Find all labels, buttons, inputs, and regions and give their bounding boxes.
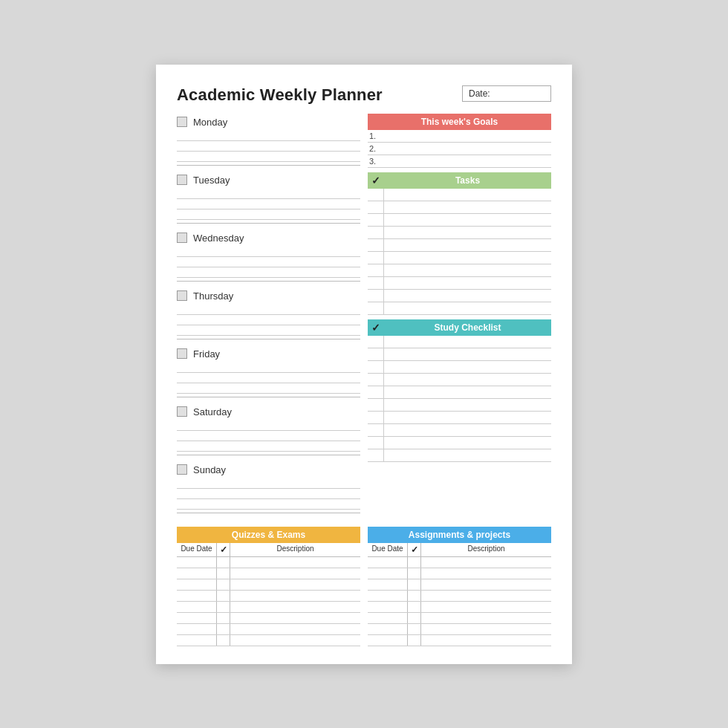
tuesday-line-1 bbox=[177, 189, 360, 199]
task-row[interactable] bbox=[368, 252, 551, 264]
assignments-data-row[interactable] bbox=[368, 557, 551, 568]
bottom-tables: Quizzes & Exams Due Date ✓ Description A… bbox=[177, 527, 551, 646]
tuesday-line-3 bbox=[177, 209, 360, 220]
monday-checkbox[interactable] bbox=[177, 117, 187, 127]
quizzes-data-row[interactable] bbox=[177, 579, 360, 591]
task-row[interactable] bbox=[368, 189, 551, 201]
friday-label: Friday bbox=[193, 348, 220, 360]
tuesday-line-2 bbox=[177, 199, 360, 209]
goal-item-3[interactable]: 3. bbox=[368, 155, 551, 168]
quizzes-data-row[interactable] bbox=[177, 613, 360, 624]
task-row[interactable] bbox=[368, 201, 551, 214]
quizzes-header: Quizzes & Exams bbox=[177, 527, 360, 543]
task-row[interactable] bbox=[368, 227, 551, 239]
right-column: This week's Goals 1. 2. 3. ✓ Tasks bbox=[368, 114, 551, 519]
sunday-label: Sunday bbox=[193, 464, 226, 475]
day-block-friday: Friday bbox=[177, 345, 360, 400]
goal-item-2[interactable]: 2. bbox=[368, 143, 551, 155]
monday-line-3 bbox=[177, 152, 360, 162]
goals-list: 1. 2. 3. bbox=[368, 130, 551, 168]
quizzes-data-row[interactable] bbox=[177, 568, 360, 579]
assignments-data-row[interactable] bbox=[368, 602, 551, 613]
monday-line-2 bbox=[177, 141, 360, 152]
thursday-line-3 bbox=[177, 325, 360, 336]
sunday-line-2 bbox=[177, 489, 360, 499]
tasks-check-icon: ✓ bbox=[368, 173, 384, 188]
friday-checkbox[interactable] bbox=[177, 348, 187, 359]
saturday-line-2 bbox=[177, 431, 360, 441]
study-row[interactable] bbox=[368, 449, 551, 462]
assignments-data-row[interactable] bbox=[368, 635, 551, 646]
thursday-line-1 bbox=[177, 305, 360, 315]
assignments-data-row[interactable] bbox=[368, 624, 551, 635]
study-row[interactable] bbox=[368, 424, 551, 437]
study-row[interactable] bbox=[368, 336, 551, 348]
study-rows bbox=[368, 336, 551, 462]
task-row[interactable] bbox=[368, 290, 551, 302]
thursday-line-2 bbox=[177, 315, 360, 325]
day-block-sunday: Sunday bbox=[177, 461, 360, 516]
friday-line-3 bbox=[177, 383, 360, 394]
friday-line-1 bbox=[177, 363, 360, 373]
wednesday-line-2 bbox=[177, 257, 360, 267]
wednesday-line-3 bbox=[177, 267, 360, 278]
wednesday-checkbox[interactable] bbox=[177, 233, 187, 243]
quizzes-data-row[interactable] bbox=[177, 635, 360, 646]
assignments-data-row[interactable] bbox=[368, 613, 551, 624]
planner-page: Academic Weekly Planner Date: Monday bbox=[156, 65, 572, 664]
page-header: Academic Weekly Planner Date: bbox=[177, 85, 551, 105]
main-grid: Monday Tuesday bbox=[177, 114, 551, 519]
assignments-data-row[interactable] bbox=[368, 579, 551, 591]
day-block-tuesday: Tuesday bbox=[177, 172, 360, 227]
study-row[interactable] bbox=[368, 412, 551, 424]
assignments-col-desc: Description bbox=[421, 543, 551, 556]
thursday-checkbox[interactable] bbox=[177, 290, 187, 301]
study-row[interactable] bbox=[368, 361, 551, 374]
task-row[interactable] bbox=[368, 302, 551, 315]
goal-item-1[interactable]: 1. bbox=[368, 130, 551, 143]
study-row[interactable] bbox=[368, 399, 551, 412]
saturday-checkbox[interactable] bbox=[177, 406, 187, 417]
sunday-line-3 bbox=[177, 499, 360, 510]
tuesday-label: Tuesday bbox=[193, 175, 230, 186]
tasks-rows bbox=[368, 189, 551, 315]
assignments-table: Assignments & projects Due Date ✓ Descri… bbox=[368, 527, 551, 646]
saturday-line-3 bbox=[177, 441, 360, 452]
tasks-header: ✓ Tasks bbox=[368, 172, 551, 189]
friday-line-2 bbox=[177, 373, 360, 383]
quizzes-data-row[interactable] bbox=[177, 591, 360, 602]
page-title: Academic Weekly Planner bbox=[177, 85, 383, 105]
study-check-icon: ✓ bbox=[368, 320, 384, 335]
day-block-saturday: Saturday bbox=[177, 403, 360, 458]
quizzes-data-row[interactable] bbox=[177, 624, 360, 635]
goals-header: This week's Goals bbox=[368, 114, 551, 130]
task-row[interactable] bbox=[368, 264, 551, 277]
quizzes-col-headers: Due Date ✓ Description bbox=[177, 543, 360, 557]
assignments-data-row[interactable] bbox=[368, 591, 551, 602]
assignments-col-check: ✓ bbox=[408, 543, 421, 556]
study-row[interactable] bbox=[368, 437, 551, 449]
study-row[interactable] bbox=[368, 374, 551, 386]
study-label: Study Checklist bbox=[384, 319, 551, 336]
saturday-line-1 bbox=[177, 420, 360, 431]
wednesday-label: Wednesday bbox=[193, 233, 244, 244]
task-row[interactable] bbox=[368, 277, 551, 290]
tasks-label: Tasks bbox=[384, 172, 551, 189]
day-block-monday: Monday bbox=[177, 114, 360, 169]
sunday-checkbox[interactable] bbox=[177, 464, 187, 475]
study-row[interactable] bbox=[368, 348, 551, 361]
day-block-thursday: Thursday bbox=[177, 287, 360, 342]
task-row[interactable] bbox=[368, 239, 551, 252]
quizzes-data-row[interactable] bbox=[177, 602, 360, 613]
study-row[interactable] bbox=[368, 386, 551, 399]
wednesday-line-1 bbox=[177, 247, 360, 257]
task-row[interactable] bbox=[368, 214, 551, 227]
assignments-col-due: Due Date bbox=[368, 543, 408, 556]
monday-line-1 bbox=[177, 131, 360, 141]
tuesday-checkbox[interactable] bbox=[177, 175, 187, 185]
assignments-data-row[interactable] bbox=[368, 568, 551, 579]
date-field[interactable]: Date: bbox=[462, 85, 551, 102]
quizzes-data-row[interactable] bbox=[177, 557, 360, 568]
quizzes-col-due: Due Date bbox=[177, 543, 217, 556]
day-block-wednesday: Wednesday bbox=[177, 230, 360, 285]
